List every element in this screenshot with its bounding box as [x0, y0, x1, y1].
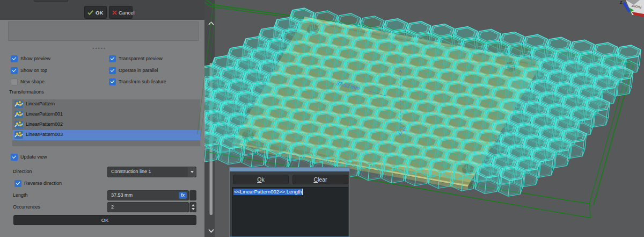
svg-text:Z: Z: [620, 0, 623, 5]
svg-text:2: 2: [402, 125, 406, 132]
